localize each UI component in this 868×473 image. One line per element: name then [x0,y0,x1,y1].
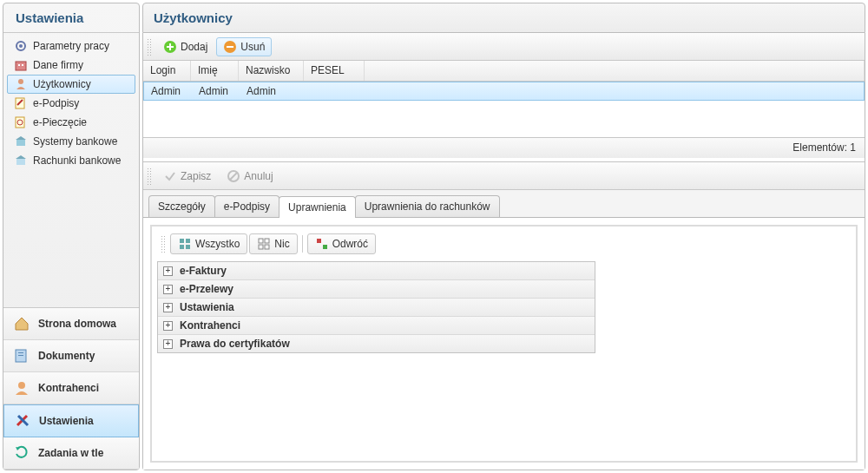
cell-login: Admin [144,82,192,100]
expand-icon[interactable]: + [163,321,173,331]
expand-icon[interactable]: + [163,285,173,294]
settings-item-e-pieczecie[interactable]: e-Pieczęcie [7,113,135,132]
col-nazwisko[interactable]: Nazwisko [239,61,304,81]
tree-node-e-przelewy[interactable]: + e-Przelewy [158,280,595,299]
delete-label: Usuń [240,41,265,53]
expand-icon[interactable]: + [163,339,173,349]
delete-button[interactable]: Usuń [216,37,272,56]
svg-rect-10 [16,159,25,165]
settings-item-uzytkownicy[interactable]: Użytkownicy [7,75,135,94]
nav-dokumenty[interactable]: Dokumenty [3,340,139,372]
tab-uprawnienia-rachunkow[interactable]: Uprawnienia do rachunków [355,195,500,217]
col-imie[interactable]: Imię [191,61,239,81]
cell-nazwisko: Admin [240,82,305,100]
svg-rect-19 [227,46,233,48]
settings-item-rachunki-bankowe[interactable]: Rachunki bankowe [7,151,135,170]
toolbar-grip [147,38,152,56]
expand-icon[interactable]: + [163,303,173,312]
bank-system-icon [14,135,28,148]
tree-node-e-faktury[interactable]: + e-Faktury [158,262,595,280]
documents-icon [12,346,31,365]
svg-rect-29 [317,239,321,243]
svg-rect-27 [259,245,263,249]
col-login[interactable]: Login [143,61,191,81]
settings-item-label: Systemy bankowe [33,135,117,148]
settings-item-dane-firmy[interactable]: Dane firmy [7,56,135,75]
svg-rect-4 [22,64,23,66]
cancel-button[interactable]: Anuluj [220,167,279,186]
partner-icon [12,378,31,397]
cancel-label: Anuluj [244,170,273,182]
settings-item-label: Parametry pracy [33,40,109,52]
settings-item-label: Użytkownicy [33,78,91,90]
sidebar-nav: Strona domowa Dokumenty Kontrahenci Usta… [3,307,139,470]
users-grid: Login Imię Nazwisko PESEL Admin Admin Ad… [143,61,865,158]
svg-rect-2 [16,62,26,70]
cell-imie: Admin [192,82,240,100]
bank-account-icon [14,154,28,168]
svg-point-5 [18,79,23,84]
svg-rect-3 [18,64,20,66]
settings-item-label: e-Podpisy [33,97,79,109]
select-all-button[interactable]: Wszystko [170,233,247,254]
svg-point-14 [18,382,25,389]
svg-rect-23 [180,245,184,249]
minus-icon [223,40,237,54]
permissions-tree: + e-Faktury + e-Przelewy + Ustawienia [157,261,595,353]
tab-content: Wszystko Nic Odwróć [143,218,865,470]
select-none-icon [257,237,271,251]
stamp-icon [14,115,28,129]
nav-kontrahenci[interactable]: Kontrahenci [3,372,139,404]
background-tasks-icon [12,443,31,463]
nav-label: Dokumenty [38,350,95,362]
perm-toolbar: Wszystko Nic Odwróć [157,232,851,256]
sidebar: Ustawienia Parametry pracy Dane firmy Uż… [3,3,140,470]
settings-item-label: Rachunki bankowe [33,154,121,167]
grid-header: Login Imię Nazwisko PESEL [143,61,865,82]
svg-rect-30 [323,245,327,249]
svg-rect-21 [180,239,184,243]
expand-icon[interactable]: + [163,266,173,276]
tree-node-kontrahenci[interactable]: + Kontrahenci [158,317,595,335]
svg-rect-22 [186,239,190,243]
toolbar-separator [302,235,303,253]
col-pesel[interactable]: PESEL [304,61,365,81]
nav-label: Kontrahenci [38,382,99,394]
select-none-label: Nic [274,238,289,250]
save-label: Zapisz [181,170,211,182]
svg-rect-13 [18,355,23,356]
users-toolbar: Dodaj Usuń [143,33,865,61]
col-spacer [365,61,865,81]
tree-label: e-Faktury [180,265,227,277]
detail-toolbar: Zapisz Anuluj [143,162,865,190]
nav-label: Strona domowa [38,318,116,330]
check-icon [163,169,177,183]
tree-node-ustawienia[interactable]: + Ustawienia [158,299,595,317]
detail-panel: Zapisz Anuluj Szczegóły e-Podpisy Uprawn… [143,161,865,470]
add-button[interactable]: Dodaj [156,37,214,56]
tree-label: Ustawienia [180,301,234,313]
user-icon [14,77,28,91]
main-panel: Użytkownicy Dodaj Usuń Login Imię [142,3,865,470]
settings-item-systemy-bankowe[interactable]: Systemy bankowe [7,132,135,151]
invert-button[interactable]: Odwróć [307,233,376,254]
tree-node-prawa-certyfikatow[interactable]: + Prawa do certyfikatów [158,335,595,352]
settings-item-e-podpisy[interactable]: e-Podpisy [7,94,135,113]
tab-e-podpisy[interactable]: e-Podpisy [214,195,279,217]
nav-zadania-w-tle[interactable]: Zadania w tle [3,437,139,470]
settings-item-parametry-pracy[interactable]: Parametry pracy [7,36,135,56]
select-none-button[interactable]: Nic [249,233,297,254]
save-button[interactable]: Zapisz [156,167,218,186]
page-title: Użytkownicy [142,3,865,33]
nav-ustawienia[interactable]: Ustawienia [3,404,139,437]
home-icon [12,314,31,333]
svg-point-1 [19,44,23,48]
plus-icon [163,40,177,54]
sidebar-title: Ustawienia [3,3,139,33]
table-row[interactable]: Admin Admin Admin [143,82,865,101]
tree-label: Kontrahenci [180,319,240,332]
tab-uprawnienia[interactable]: Uprawnienia [279,196,356,218]
detail-tabs: Szczegóły e-Podpisy Uprawnienia Uprawnie… [143,190,865,218]
nav-strona-domowa[interactable]: Strona domowa [3,308,139,340]
tab-szczegoly[interactable]: Szczegóły [148,195,215,217]
